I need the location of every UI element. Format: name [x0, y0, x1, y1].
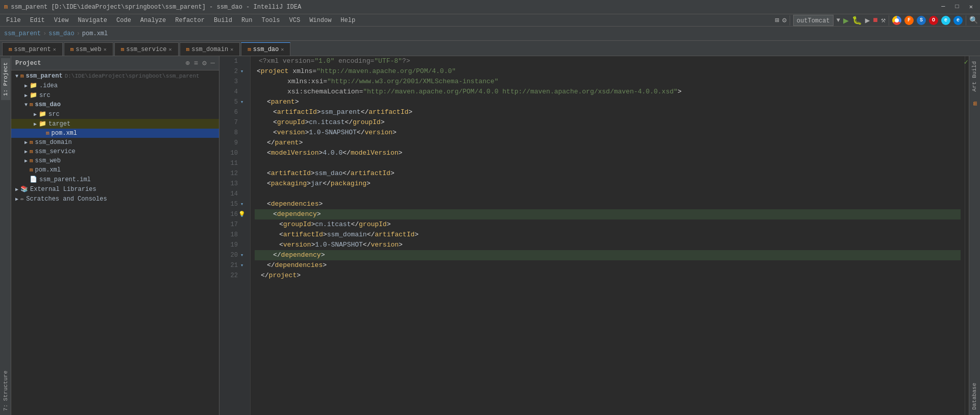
tree-item-ssm-domain[interactable]: ▶ m ssm_domain	[11, 138, 219, 147]
gutter-line-19: 19	[224, 240, 246, 250]
title-bar: m ssm_parent [D:\IDE\ideaProject\springb…	[0, 0, 980, 14]
tab-ssm-service[interactable]: m ssm_service ✕	[114, 42, 179, 56]
tree-item-ext-libs[interactable]: ▶ 📚 External Libraries	[11, 184, 219, 194]
gutter-line-2: 2 ▾	[224, 66, 246, 77]
tab-ssm-web[interactable]: m ssm_web ✕	[64, 42, 113, 56]
tree-item-idea[interactable]: ▶ 📁 .idea	[11, 81, 219, 90]
maven-tab[interactable]: m	[969, 96, 980, 111]
fold-icon-line-2[interactable]: ▾	[238, 66, 246, 77]
debug-button[interactable]: 🐛	[852, 15, 862, 26]
fold-icon-line-15[interactable]: ▾	[238, 199, 246, 209]
breadcrumb-item-dao[interactable]: ssm_dao	[48, 30, 74, 37]
project-collapse-icon[interactable]: ≡	[194, 59, 198, 67]
settings-icon[interactable]: ⚙	[782, 16, 786, 25]
menu-navigate[interactable]: Navigate	[74, 16, 111, 25]
menu-window[interactable]: Window	[305, 16, 335, 25]
code-editor[interactable]: 1 2 ▾ 3 4	[219, 56, 969, 415]
fold-icon-line-20[interactable]: ▾	[238, 250, 246, 260]
ie-browser-icon[interactable]: e	[941, 16, 950, 25]
build-button[interactable]: ⚒	[881, 15, 886, 25]
tree-item-ssm-dao[interactable]: ▼ m ssm_dao	[11, 100, 219, 109]
menu-bar: File Edit View Navigate Code Analyze Ref…	[0, 14, 980, 27]
tree-item-root-pom[interactable]: ▶ m pom.xml	[11, 165, 219, 175]
tree-arrow-ssm-service[interactable]: ▶	[22, 149, 30, 155]
breadcrumb-item-pom[interactable]: pom.xml	[82, 30, 108, 37]
art-build-tab[interactable]: Art Build	[969, 56, 980, 96]
tree-item-root-iml[interactable]: ▶ 📄 ssm_parent.iml	[11, 175, 219, 184]
tree-label-ssm-dao-pom: pom.xml	[52, 130, 77, 137]
tree-arrow-src-root[interactable]: ▶	[22, 92, 30, 99]
tree-item-ssm-dao-src[interactable]: ▶ 📁 src	[11, 109, 219, 119]
tree-item-ssm-service[interactable]: ▶ m ssm_service	[11, 147, 219, 156]
tree-item-ssm-dao-target[interactable]: ▶ 📁 target	[11, 119, 219, 129]
tree-icon-root-iml: 📄	[30, 176, 37, 183]
code-line-6: <artifactId>ssm_parent</artifactId>	[255, 107, 961, 117]
minimize-button[interactable]: ─	[938, 3, 948, 11]
code-content[interactable]: <?xml version="1.0" encoding="UTF-8"?> <…	[251, 56, 965, 415]
project-locate-icon[interactable]: ⊕	[185, 59, 189, 67]
tree-label-ext-libs: External Libraries	[30, 186, 96, 193]
menu-view[interactable]: View	[50, 16, 73, 25]
tab-ssm-domain[interactable]: m ssm_domain ✕	[180, 42, 240, 56]
menu-help[interactable]: Help	[336, 16, 359, 25]
menu-refactor[interactable]: Refactor	[171, 16, 209, 25]
tab-close-ssm-parent[interactable]: ✕	[53, 46, 56, 53]
tree-arrow-ssm-dao[interactable]: ▼	[22, 102, 30, 108]
menu-build[interactable]: Build	[210, 16, 236, 25]
tree-arrow-idea[interactable]: ▶	[22, 83, 30, 89]
tree-arrow-ssm-domain[interactable]: ▶	[22, 139, 30, 145]
search-button[interactable]: 🔍	[969, 16, 978, 25]
menu-edit[interactable]: Edit	[26, 16, 49, 25]
tab-close-ssm-web[interactable]: ✕	[104, 46, 107, 53]
sidebar-toggle-icon[interactable]: ⊞	[775, 16, 779, 25]
menu-code[interactable]: Code	[112, 16, 135, 25]
warning-icon-line-16[interactable]: 💡	[238, 209, 246, 219]
menu-tools[interactable]: Tools	[258, 16, 284, 25]
firefox-browser-icon[interactable]: F	[904, 16, 914, 25]
breadcrumb-item-root[interactable]: ssm_parent	[4, 30, 41, 37]
tree-item-ssm-dao-pom[interactable]: ▶ m pom.xml	[11, 129, 219, 138]
tab-close-ssm-domain[interactable]: ✕	[230, 46, 233, 53]
stop-button[interactable]: ■	[873, 16, 878, 25]
code-line-21: </dependencies>	[255, 260, 961, 271]
fold-icon-line-5[interactable]: ▾	[238, 97, 246, 107]
tab-label-ssm-dao: ssm_dao	[253, 46, 279, 53]
tree-arrow-scratches[interactable]: ▶	[13, 196, 20, 202]
close-button[interactable]: ✕	[966, 3, 976, 11]
opera-browser-icon[interactable]: O	[929, 16, 938, 25]
tab-close-ssm-dao[interactable]: ✕	[281, 46, 284, 53]
menu-vcs[interactable]: VCS	[285, 16, 305, 25]
tree-arrow-ssm-parent[interactable]: ▼	[13, 74, 20, 79]
menu-analyze[interactable]: Analyze	[136, 16, 170, 25]
gutter-line-16: 16 💡	[224, 209, 246, 219]
project-settings-icon[interactable]: ⚙	[202, 59, 206, 67]
tab-ssm-dao[interactable]: m ssm_dao ✕	[241, 42, 290, 56]
structure-tab[interactable]: 7: Structure	[1, 367, 10, 415]
database-tab[interactable]: Database	[969, 378, 980, 415]
run-config-dropdown[interactable]: ▼	[837, 17, 840, 24]
gutter-line-10: 10	[224, 148, 246, 158]
run-button[interactable]: ▶	[843, 15, 849, 26]
menu-run[interactable]: Run	[237, 16, 257, 25]
tree-item-ssm-web[interactable]: ▶ m ssm_web	[11, 156, 219, 165]
tree-arrow-ssm-web[interactable]: ▶	[22, 158, 30, 164]
run-with-coverage-button[interactable]: ▶	[865, 15, 870, 26]
chrome-browser-icon[interactable]	[892, 16, 901, 25]
fold-icon-line-21[interactable]: ▾	[238, 260, 246, 271]
tree-arrow-ssm-dao-src[interactable]: ▶	[32, 111, 39, 117]
tab-close-ssm-service[interactable]: ✕	[169, 46, 172, 53]
tree-item-ssm-parent[interactable]: ▼ m ssm_parent D:\IDE\ideaProject\spring…	[11, 71, 219, 81]
edge-browser-icon[interactable]: e	[953, 16, 963, 25]
tree-arrow-ext-libs[interactable]: ▶	[13, 186, 20, 192]
tab-ssm-parent[interactable]: m ssm_parent ✕	[2, 42, 63, 56]
tree-item-src-root[interactable]: ▶ 📁 src	[11, 90, 219, 100]
project-close-icon[interactable]: ─	[211, 59, 215, 67]
tree-item-scratches[interactable]: ▶ ✏ Scratches and Consoles	[11, 194, 219, 204]
code-line-3: xmlns:xsi="http://www.w3.org/2001/XMLSch…	[255, 77, 961, 87]
gutter-line-22: 22	[224, 271, 246, 281]
maximize-button[interactable]: □	[952, 3, 962, 11]
tree-arrow-ssm-dao-target[interactable]: ▶	[32, 121, 39, 127]
safari-browser-icon[interactable]: S	[917, 16, 926, 25]
project-tab[interactable]: 1: Project	[1, 58, 10, 100]
menu-file[interactable]: File	[2, 16, 25, 25]
